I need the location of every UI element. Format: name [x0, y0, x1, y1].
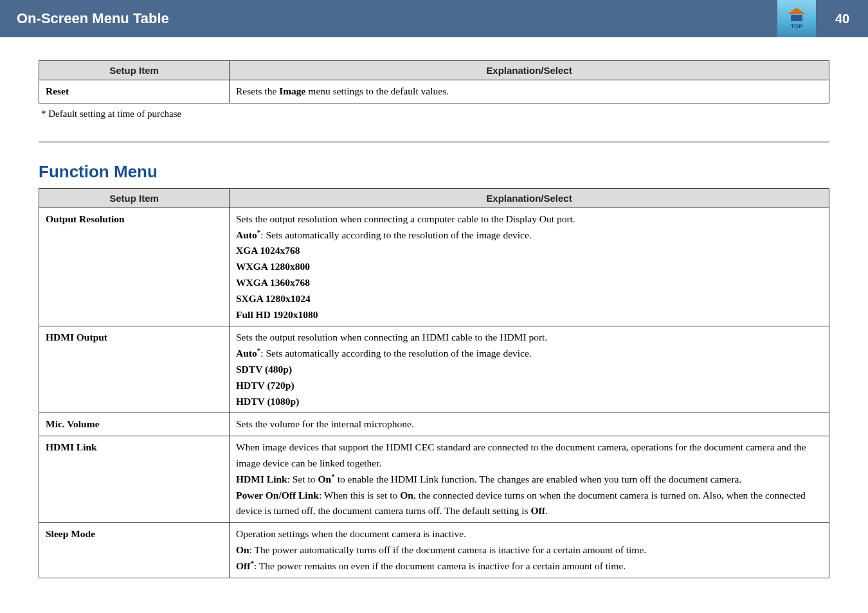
text-bold: Off — [236, 560, 250, 571]
footnote: * Default setting at time of purchase — [39, 109, 829, 120]
text-line: When image devices that support the HDMI… — [236, 441, 806, 468]
col-header-explanation: Explanation/Select — [230, 188, 829, 208]
table-row: Reset Resets the Image menu settings to … — [39, 80, 829, 103]
cell-explanation: Resets the Image menu settings to the de… — [230, 80, 829, 103]
text-bold: HDTV (720p) — [236, 380, 294, 391]
cell-setup-item: HDMI Link — [39, 436, 230, 523]
text-bold: XGA 1024x768 — [236, 245, 300, 256]
text-fragment: : Set to — [287, 474, 318, 484]
page-number-box: 40 — [817, 0, 868, 37]
text-bold: WXGA 1360x768 — [236, 277, 310, 288]
text-line: Sets the output resolution when connecti… — [236, 213, 575, 224]
section-title: Function Menu — [39, 162, 829, 182]
cell-setup-item: Sleep Mode — [39, 523, 230, 578]
text-fragment: : Sets automatically according to the re… — [260, 348, 531, 359]
cell-explanation: Sets the output resolution when connecti… — [230, 326, 829, 413]
top-logo[interactable]: TOP — [777, 0, 817, 37]
cell-setup-item: Mic. Volume — [39, 413, 230, 436]
text-bold: HDTV (1080p) — [236, 396, 299, 407]
text-line: Sets the output resolution when connecti… — [236, 332, 547, 342]
image-menu-table: Setup Item Explanation/Select Reset Rese… — [39, 60, 829, 103]
text-fragment: to enable the HDMI Link function. The ch… — [335, 474, 742, 484]
text-fragment: : When this is set to — [319, 490, 400, 501]
cell-setup-item: HDMI Output — [39, 326, 230, 413]
text-fragment: : The power remains on even if the docum… — [254, 560, 626, 571]
text-bold: On — [236, 544, 249, 555]
header-right: TOP 40 — [777, 0, 868, 37]
cell-setup-item: Output Resolution — [39, 208, 230, 326]
house-body-icon — [791, 15, 802, 21]
text-fragment: . — [545, 505, 548, 516]
col-header-explanation: Explanation/Select — [230, 61, 829, 80]
text-fragment: : The power automatically turns off if t… — [249, 544, 647, 555]
text-bold: Auto — [236, 229, 257, 240]
house-roof-icon — [788, 8, 806, 14]
table-row: Sleep Mode Operation settings when the d… — [39, 523, 829, 578]
text-fragment: Resets the — [236, 85, 279, 96]
table-row: HDMI Link When image devices that suppor… — [39, 436, 829, 523]
cell-explanation: When image devices that support the HDMI… — [230, 436, 829, 523]
text-bold: HDMI Link — [236, 474, 287, 484]
text-bold: SXGA 1280x1024 — [236, 293, 311, 304]
col-header-setup-item: Setup Item — [39, 61, 230, 80]
page-number: 40 — [835, 12, 849, 26]
function-menu-table: Setup Item Explanation/Select Output Res… — [39, 188, 829, 578]
text-fragment: menu settings to the default values. — [305, 85, 449, 96]
logo-text: TOP — [791, 23, 802, 30]
cell-setup-item: Reset — [39, 80, 230, 103]
cell-explanation: Sets the volume for the internal microph… — [230, 413, 829, 436]
text-bold: Auto — [236, 348, 257, 359]
table-row: HDMI Output Sets the output resolution w… — [39, 326, 829, 413]
text-bold: On — [318, 474, 331, 484]
text-bold: Power On/Off Link — [236, 490, 319, 501]
text-fragment: : Sets automatically according to the re… — [260, 229, 531, 240]
cell-explanation: Operation settings when the document cam… — [230, 523, 829, 578]
text-bold: Full HD 1920x1080 — [236, 309, 318, 320]
page-header: On-Screen Menu Table TOP 40 — [0, 0, 868, 37]
page-content: Setup Item Explanation/Select Reset Rese… — [0, 37, 868, 578]
section-rule — [39, 141, 829, 143]
text-line: Operation settings when the document cam… — [236, 528, 466, 539]
page-title: On-Screen Menu Table — [0, 10, 169, 27]
table-row: Output Resolution Sets the output resolu… — [39, 208, 829, 326]
text-bold: Image — [279, 85, 305, 96]
text-bold: On — [400, 490, 413, 501]
text-bold: SDTV (480p) — [236, 364, 292, 375]
cell-explanation: Sets the output resolution when connecti… — [230, 208, 829, 326]
text-bold: WXGA 1280x800 — [236, 261, 310, 272]
table-row: Mic. Volume Sets the volume for the inte… — [39, 413, 829, 436]
col-header-setup-item: Setup Item — [39, 188, 230, 208]
text-bold: Off — [530, 505, 545, 516]
